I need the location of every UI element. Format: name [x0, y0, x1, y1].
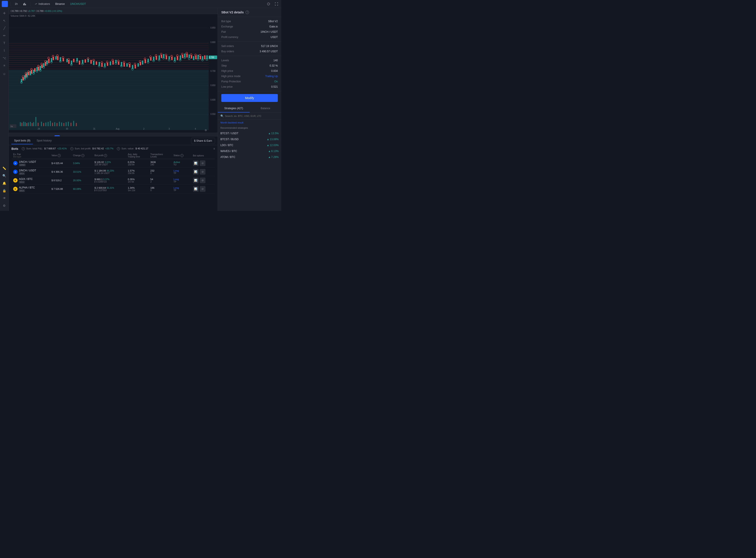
- row2-txns: 232 0: [149, 168, 172, 176]
- tf-1h[interactable]: 1h: [54, 135, 60, 136]
- pattern-icon[interactable]: ⌇: [1, 47, 8, 54]
- text-icon[interactable]: T: [1, 40, 8, 47]
- svg-text:0.850: 0.850: [210, 26, 216, 29]
- pnl-help-icon[interactable]: ?: [22, 147, 25, 150]
- tf-1d[interactable]: 1d: [40, 135, 46, 136]
- row4-change: 60.08%: [71, 185, 93, 193]
- trendline-icon[interactable]: ╱: [1, 25, 8, 32]
- spot-history-tab[interactable]: Spot history: [34, 137, 54, 144]
- zoom-icon[interactable]: ☺: [1, 70, 8, 77]
- strategy-row[interactable]: BTCST / BUSD ▲13.08%: [218, 136, 281, 142]
- volume-val: 82.28K: [28, 15, 35, 17]
- cursor-icon[interactable]: ↖: [1, 17, 8, 24]
- volume-info: Volume SMA 9 82.28K: [9, 14, 218, 18]
- chart-time: 18:16:27 (UTC+3): [174, 136, 194, 136]
- svg-rect-50: [30, 71, 31, 75]
- zoomin-icon[interactable]: 🔍: [1, 172, 8, 179]
- row2-actions: 📊 ⊘: [191, 168, 215, 176]
- auto-scale-btn[interactable]: auto: [208, 135, 216, 136]
- timeframe-selector[interactable]: 1h: [14, 2, 19, 6]
- profit-help-icon[interactable]: ?: [70, 147, 73, 150]
- svg-text:4: 4: [195, 127, 196, 130]
- draw-icon[interactable]: ✏: [1, 32, 8, 39]
- chart-canvas[interactable]: 0.850 0.800 0.750 0.700 0.650 0.600 0.55…: [9, 18, 218, 133]
- exchange-label[interactable]: Binance: [54, 2, 66, 6]
- row3-cancel-btn[interactable]: ⊘: [200, 178, 205, 183]
- strategy-row[interactable]: WAVES / BTC ▲8.13%: [218, 148, 281, 154]
- row1-cancel-btn[interactable]: ⊘: [200, 160, 205, 166]
- low-val: 0.787: [29, 10, 35, 12]
- table-row: G 1INCH / USDT GRID $ 4 025.44 3.04%: [11, 159, 215, 168]
- svg-text:0.650: 0.650: [210, 84, 216, 86]
- row4-status: Long TP: [172, 185, 191, 193]
- indicators-btn[interactable]: Indicators: [33, 2, 51, 6]
- svg-rect-0: [23, 3, 24, 5]
- modify-button[interactable]: Modify: [221, 94, 278, 102]
- tf-7d[interactable]: 7d: [26, 135, 31, 136]
- row2-chart-btn[interactable]: 📊: [193, 169, 199, 175]
- pnl-stat: ? Sum. total P&L: $ 7 668.67 +23.41%: [22, 147, 67, 150]
- pct-scale-btn[interactable]: %: [195, 135, 200, 136]
- crosshair-icon[interactable]: ✛: [1, 10, 8, 17]
- strategy-row[interactable]: BTCST / USDT ▲13.5%: [218, 130, 281, 136]
- bots-title: Bots: [11, 147, 18, 151]
- chart-header: O0.789 H0.792 L0.787 C0.789 +0.001 (+0.1…: [9, 8, 218, 14]
- forecast-icon[interactable]: ⌥: [1, 54, 8, 61]
- svg-rect-215: [56, 123, 57, 126]
- svg-rect-220: [68, 122, 69, 126]
- row3-actions: 📊 ⊘: [191, 176, 215, 185]
- row3-chart-btn[interactable]: 📊: [193, 178, 199, 183]
- row4-profit: $ 2 600.64 55.31% ₿ 0.1137553: [93, 185, 126, 193]
- tf-3d[interactable]: 3d: [33, 135, 39, 136]
- balance-tab[interactable]: Balance: [250, 105, 281, 112]
- svg-text:0.600: 0.600: [210, 98, 216, 101]
- eye-icon[interactable]: 👁: [1, 195, 8, 202]
- ohlc-display: O0.789 H0.792 L0.787 C0.789 +0.001 (+0.1…: [10, 10, 62, 12]
- svg-rect-221: [71, 123, 71, 126]
- share-earn-btn[interactable]: $ Share & Earn: [191, 138, 215, 144]
- lock-icon[interactable]: 🔒: [1, 187, 8, 194]
- row4-cancel-btn[interactable]: ⊘: [200, 186, 205, 192]
- svg-rect-82: [189, 55, 190, 58]
- sbot-help-icon[interactable]: ?: [246, 10, 249, 14]
- detail-low-price: Low price 0.521: [218, 84, 281, 90]
- add-icon[interactable]: +: [2, 1, 8, 7]
- strategy-row[interactable]: LDO / BTC ▲12.03%: [218, 142, 281, 148]
- settings2-icon[interactable]: ⚙: [1, 202, 8, 209]
- bot-details-section: Bot type SBot V2 Exchange Gate.io Pair 1…: [218, 17, 281, 42]
- row4-chart-btn[interactable]: 📊: [193, 186, 199, 192]
- profit-stat: ? Sum. bot profit: $ 6 782.42 +20.7%: [70, 147, 114, 150]
- row2-cancel-btn[interactable]: ⊘: [200, 169, 205, 175]
- svg-rect-218: [64, 123, 65, 126]
- gate-logo: G: [13, 161, 18, 166]
- table-row: B ALPHA / BTC DCA $ 7 526.88 60.08%: [11, 185, 215, 193]
- tf-3m[interactable]: 3m: [10, 135, 17, 136]
- row2-value: $ 4 366.36: [50, 168, 71, 176]
- alert-icon[interactable]: 🔔: [1, 180, 8, 187]
- row1-chart-btn[interactable]: 📊: [193, 160, 199, 166]
- chart-settings-icon[interactable]: ⚙: [205, 129, 207, 132]
- fullscreen-btn[interactable]: [273, 1, 280, 7]
- tf-1m[interactable]: 1m: [18, 135, 24, 136]
- spot-bots-tab[interactable]: Spot bots (9): [11, 137, 33, 144]
- sbot-header: SBot V2 details ?: [218, 8, 281, 17]
- svg-text:30: 30: [66, 127, 68, 130]
- filter-icon[interactable]: ≡: [213, 147, 215, 150]
- row1-status: Active TU: [172, 159, 191, 168]
- ruler-icon[interactable]: 📏: [1, 165, 8, 172]
- compare-btn[interactable]: ⇄: [61, 135, 67, 136]
- svg-rect-200: [25, 122, 26, 126]
- strategy-row[interactable]: ATOM / BTC ▲7.28%: [218, 154, 281, 160]
- search-icon: 🔍: [221, 115, 224, 118]
- settings-btn[interactable]: [266, 1, 272, 7]
- chart-type-selector[interactable]: [22, 1, 28, 7]
- strategies-tab[interactable]: Strategies (427): [218, 105, 250, 112]
- value-help-icon[interactable]: ?: [117, 147, 120, 150]
- binance-logo2: B: [13, 187, 18, 191]
- strategy-search-input[interactable]: [225, 115, 279, 117]
- row3-daily: 0.26% 1m 6d: [126, 176, 149, 185]
- tf-6h[interactable]: 6h: [47, 135, 52, 136]
- pair-label[interactable]: 1INCH/USDT: [69, 2, 87, 6]
- measure-icon[interactable]: ≡: [1, 62, 8, 69]
- log-scale-btn[interactable]: log: [201, 135, 207, 136]
